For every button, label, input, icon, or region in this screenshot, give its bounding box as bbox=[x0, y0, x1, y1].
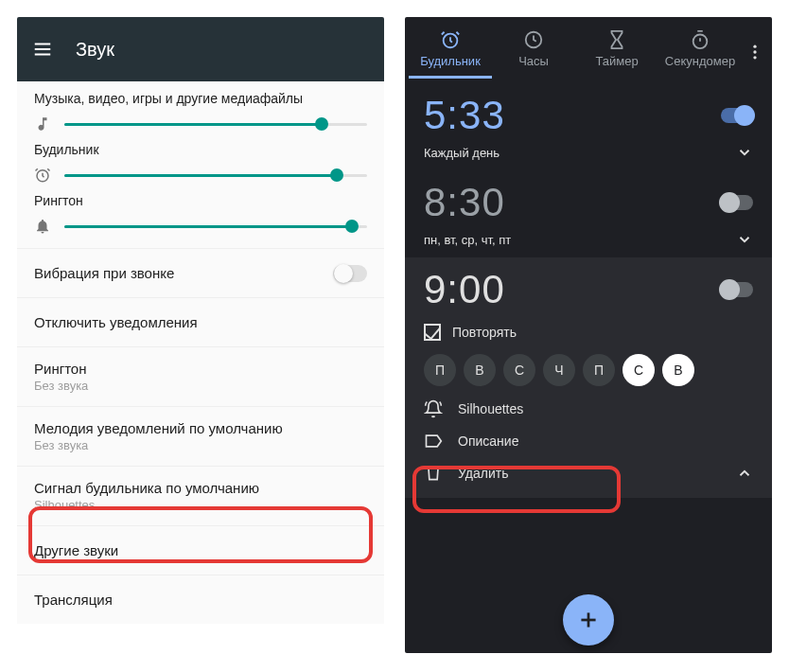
alarm-icon bbox=[34, 167, 51, 184]
tab-bar: Будильник Часы Таймер Секундомер bbox=[405, 17, 772, 83]
day-wed[interactable]: С bbox=[503, 354, 535, 386]
alarm-row-3-expanded: 9:00 Повторять П В С Ч П С В Silhouettes bbox=[405, 257, 772, 498]
add-alarm-fab[interactable] bbox=[563, 594, 614, 645]
notification-sound-row[interactable]: Мелодия уведомлений по умолчанию Без зву… bbox=[17, 406, 384, 466]
alarm-toggle[interactable] bbox=[721, 282, 753, 297]
more-options-button[interactable] bbox=[742, 43, 768, 62]
alarm-row-1[interactable]: 5:33 Каждый день bbox=[405, 83, 772, 170]
cast-row[interactable]: Трансляция bbox=[17, 575, 384, 624]
day-sun[interactable]: В bbox=[662, 354, 694, 386]
day-sat[interactable]: С bbox=[622, 354, 655, 386]
label-icon bbox=[424, 432, 443, 451]
media-volume-slider[interactable] bbox=[64, 123, 367, 126]
chevron-down-icon[interactable] bbox=[736, 144, 753, 161]
alarm-days: Каждый день bbox=[424, 146, 500, 160]
svg-point-8 bbox=[753, 50, 756, 53]
day-mon[interactable]: П bbox=[424, 354, 456, 386]
vibrate-label: Вибрация при звонке bbox=[34, 265, 174, 281]
chevron-up-icon[interactable] bbox=[736, 465, 753, 482]
default-alarm-sound-row[interactable]: Сигнал будильника по умолчанию Silhouett… bbox=[17, 466, 384, 525]
alarm-time[interactable]: 5:33 bbox=[424, 93, 505, 138]
vibrate-switch[interactable] bbox=[333, 265, 367, 282]
svg-point-7 bbox=[753, 45, 756, 48]
svg-point-9 bbox=[753, 56, 756, 59]
media-volume-row: Музыка, видео, игры и другие медиафайлы bbox=[17, 81, 384, 133]
other-sounds-row[interactable]: Другие звуки bbox=[17, 525, 384, 575]
bell-icon bbox=[34, 218, 51, 235]
alarm-volume-label: Будильник bbox=[34, 142, 367, 157]
tab-timer[interactable]: Таймер bbox=[575, 26, 658, 79]
repeat-row[interactable]: Повторять bbox=[424, 324, 753, 341]
alarm-time[interactable]: 8:30 bbox=[424, 180, 505, 225]
clock-app-screen: Будильник Часы Таймер Секундомер 5:33 Ка… bbox=[405, 17, 772, 653]
day-fri[interactable]: П bbox=[583, 354, 615, 386]
ringtone-volume-row: Рингтон bbox=[17, 184, 384, 248]
trash-icon bbox=[424, 464, 443, 483]
alarm-label-row[interactable]: Описание bbox=[424, 432, 753, 451]
alarm-toggle[interactable] bbox=[721, 195, 753, 210]
ringtone-volume-label: Рингтон bbox=[34, 193, 367, 208]
music-note-icon bbox=[34, 115, 51, 133]
alarm-volume-row: Будильник bbox=[17, 133, 384, 184]
repeat-checkbox[interactable] bbox=[424, 324, 441, 341]
alarm-ringtone-row[interactable]: Silhouettes bbox=[424, 399, 753, 418]
tab-clock[interactable]: Часы bbox=[492, 26, 575, 79]
chevron-down-icon[interactable] bbox=[736, 231, 753, 248]
mute-notifications-row[interactable]: Отключить уведомления bbox=[17, 297, 384, 346]
vibrate-on-call-row[interactable]: Вибрация при звонке bbox=[17, 248, 384, 297]
alarm-days: пн, вт, ср, чт, пт bbox=[424, 233, 511, 247]
day-tue[interactable]: В bbox=[464, 354, 496, 386]
alarm-time[interactable]: 9:00 bbox=[424, 267, 505, 312]
alarm-volume-slider[interactable] bbox=[64, 174, 367, 177]
menu-icon[interactable] bbox=[32, 39, 53, 60]
tab-alarm[interactable]: Будильник bbox=[409, 26, 492, 79]
sound-settings-screen: Звук Музыка, видео, игры и другие медиаф… bbox=[17, 17, 384, 653]
alarm-row-2[interactable]: 8:30 пн, вт, ср, чт, пт bbox=[405, 170, 772, 257]
alarm-toggle[interactable] bbox=[721, 108, 753, 123]
day-selector: П В С Ч П С В bbox=[424, 354, 753, 386]
page-title: Звук bbox=[76, 39, 114, 61]
media-volume-label: Музыка, видео, игры и другие медиафайлы bbox=[34, 91, 367, 106]
bell-ring-icon bbox=[424, 399, 443, 418]
ringtone-volume-slider[interactable] bbox=[64, 225, 367, 228]
ringtone-row[interactable]: Рингтон Без звука bbox=[17, 346, 384, 406]
day-thu[interactable]: Ч bbox=[543, 354, 575, 386]
app-bar: Звук bbox=[17, 17, 384, 81]
tab-stopwatch[interactable]: Секундомер bbox=[658, 26, 742, 79]
alarm-delete-row[interactable]: Удалить bbox=[424, 464, 753, 483]
